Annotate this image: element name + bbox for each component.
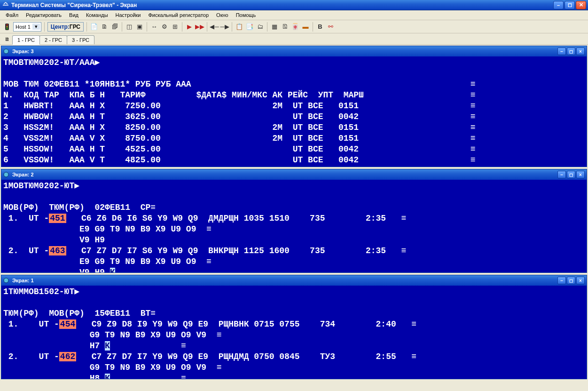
tool-icon[interactable]: ◫ [125,23,133,31]
tool-icon[interactable]: 🗂 [256,23,264,31]
app-icon [2,1,9,9]
pane-titlebar[interactable]: Экран: 1 – ◻ × [1,275,587,286]
window-title: Терминал Системы "Сирена-Трэвел" - Экран [11,2,553,8]
tab-label: 1 - ГРС [17,37,35,43]
toolbar-separator [207,22,207,32]
toolbar-separator [267,22,267,32]
tab-1[interactable]: 1 - ГРС [12,35,40,45]
tool-icon[interactable]: ↔ [150,23,158,31]
pane-icon [3,278,11,283]
center-value: ГРС [70,24,80,30]
pane-icon [3,48,11,54]
menu-edit[interactable]: Редактировать [22,11,65,19]
terminal-output[interactable]: 1ТЮММОВ1502-ЮТ▶ ТЮМ(РФ) МОВ(РФ) 15ФЕВ11 … [1,286,587,379]
play-icon[interactable]: ▶ [185,23,194,31]
tool-icon[interactable]: 📋 [235,23,243,31]
link-icon[interactable]: ⚯ [326,23,335,31]
tool-icon[interactable]: 🀄 [291,23,299,31]
tool-icon[interactable]: ⊞ [171,23,179,31]
close-button[interactable]: ✕ [576,1,586,9]
pane-close-button[interactable]: × [576,277,585,284]
menu-window[interactable]: Окно [212,11,232,19]
center-label: Центр: [51,24,70,30]
pane-close-button[interactable]: × [576,48,585,55]
tool-icon[interactable]: В [316,23,324,31]
tool-icon[interactable]: ▦ [270,23,279,31]
arrow-right-icon[interactable]: ─▶ [220,23,229,31]
center-button[interactable]: Центр: ГРС [47,22,84,32]
tool-icon[interactable]: 📄 [90,23,98,31]
menu-file[interactable]: Файл [2,11,22,19]
pane-close-button[interactable]: × [576,171,585,178]
menu-view[interactable]: Вид [65,11,82,19]
toolbar: Host 1 ▾ Центр: ГРС 📄 🗎 🗐 ◫ ▣ ↔ ⚙ ⊞ ▶ ▶▶… [0,20,588,33]
minimize-button[interactable]: – [553,1,564,9]
svg-point-3 [7,28,8,29]
tab-2[interactable]: 2 - ГРС [39,35,67,44]
toolbar-separator [147,22,147,32]
tool-icon[interactable]: ▣ [135,23,144,31]
terminal-pane-3: Экран: 3 – ◻ × ТМОВТЮМ0202-ЮТ/ААА▶ МОВ Т… [1,46,587,167]
chevron-down-icon: ▾ [32,24,40,30]
traffic-light-icon[interactable] [3,23,11,31]
pane-icon [3,172,11,177]
window-titlebar: Терминал Системы "Сирена-Трэвел" - Экран… [0,0,588,10]
tab-label: 2 - ГРС [45,37,62,43]
svg-point-5 [4,172,8,177]
svg-point-6 [4,278,8,283]
pane-maximize-button[interactable]: ◻ [567,171,575,178]
pane-title-text: Экран: 2 [12,172,557,177]
terminal-pane-1: Экран: 1 – ◻ × 1ТЮММОВ1502-ЮТ▶ ТЮМ(РФ) М… [1,275,587,379]
host-selector[interactable]: Host 1 ▾ [13,22,41,32]
pane-titlebar[interactable]: Экран: 2 – ◻ × [1,169,587,180]
tool-icon[interactable]: 📑 [245,23,254,31]
pane-minimize-button[interactable]: – [557,277,566,284]
svg-point-2 [7,26,8,27]
menu-commands[interactable]: Команды [82,11,112,19]
pane-maximize-button[interactable]: ◻ [567,277,575,284]
fast-forward-icon[interactable]: ▶▶ [196,23,204,31]
terminal-output[interactable]: ТМОВТЮМ0202-ЮТ/ААА▶ МОВ ТЮМ 02ФЕВ11 *10Я… [1,56,587,167]
toolbar-separator [313,22,313,32]
menu-bar: Файл Редактировать Вид Команды Настройки… [0,10,588,20]
maximize-button[interactable]: ◻ [564,1,575,9]
pane-minimize-button[interactable]: – [557,48,566,55]
terminal-output[interactable]: 1МОВТЮМ0202-ЮТ▶ МОВ(РФ) ТЮМ(РФ) 02ФЕВ11 … [1,180,587,272]
tab-3[interactable]: 3 - ГРС [67,35,94,44]
tool-icon[interactable]: 🖻 [281,23,289,31]
arrow-left-icon[interactable]: ◀─ [210,23,219,31]
pane-maximize-button[interactable]: ◻ [567,48,575,55]
tool-icon[interactable]: ⚙ [160,23,169,31]
tool-icon[interactable]: ▬ [301,23,310,31]
menu-settings[interactable]: Настройки [112,11,145,19]
tab-doc-icon[interactable]: 🗎 [2,34,12,44]
tab-bar: 🗎 1 - ГРС 2 - ГРС 3 - ГРС [0,33,588,45]
toolbar-separator [44,22,45,32]
toolbar-separator [122,22,122,32]
tab-label: 3 - ГРС [72,37,89,43]
tool-icon[interactable]: 🗐 [110,23,119,31]
pane-title-text: Экран: 3 [12,48,557,54]
terminal-pane-2: Экран: 2 – ◻ × 1МОВТЮМ0202-ЮТ▶ МОВ(РФ) Т… [1,169,587,273]
pane-title-text: Экран: 1 [12,278,557,283]
svg-point-1 [7,24,8,25]
host-value: Host 1 [16,24,31,30]
pane-minimize-button[interactable]: – [557,171,566,178]
menu-fiscal[interactable]: Фискальный регистратор [145,11,213,19]
svg-point-4 [4,49,8,54]
menu-help[interactable]: Помощь [232,11,260,19]
toolbar-separator [232,22,232,32]
toolbar-separator [86,22,87,32]
toolbar-separator [182,22,182,32]
pane-titlebar[interactable]: Экран: 3 – ◻ × [1,46,587,56]
tool-icon[interactable]: 🗎 [100,23,109,31]
